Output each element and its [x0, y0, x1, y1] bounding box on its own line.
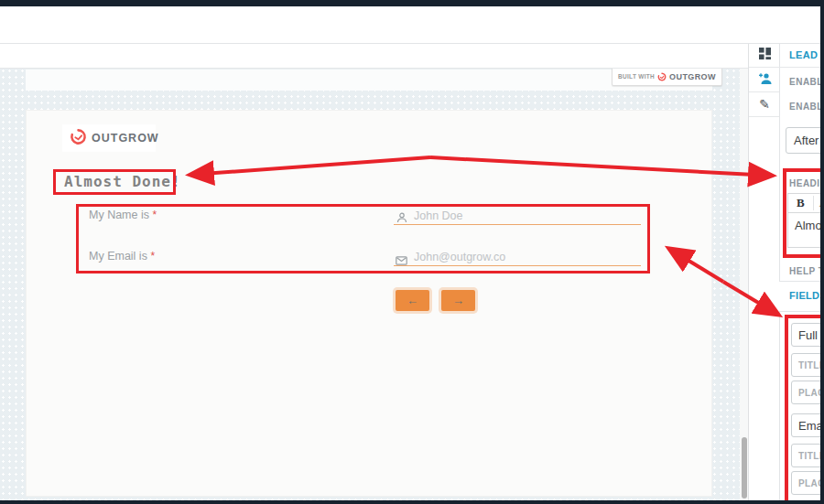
after-dropdown[interactable]: After	[786, 127, 824, 154]
lead-gen-person-plus-icon	[758, 71, 772, 88]
heading-section-label: HEADIN	[789, 178, 824, 188]
heading-text-input[interactable]: Almo	[787, 213, 824, 248]
window-right-edge	[820, 0, 824, 504]
email-input[interactable]: John@outgrow.co	[414, 251, 505, 263]
name-title-input[interactable]: TITLE	[791, 353, 824, 377]
full-name-field-input[interactable]: Full N	[791, 323, 824, 347]
window-bottom-edge	[0, 500, 824, 504]
lead-gen-tool[interactable]	[749, 68, 780, 92]
bold-button[interactable]: B	[788, 196, 813, 210]
panel-divider	[779, 67, 824, 68]
next-button[interactable]: →	[441, 290, 475, 311]
badge-prefix: BUILT WITH	[618, 73, 655, 80]
email-field-input[interactable]: Email	[791, 413, 824, 437]
built-with-outgrow-badge[interactable]: BUILT WITH OUTGROW	[612, 67, 722, 86]
edit-tool[interactable]: ✎	[749, 92, 780, 117]
layout-grid-tool[interactable]	[749, 43, 780, 68]
preview-scrollbar-thumb[interactable]	[742, 437, 747, 499]
name-placeholder-input[interactable]: PLAC	[791, 381, 824, 404]
fields-section-label: FIELDS	[789, 290, 824, 301]
required-marker: *	[150, 250, 155, 263]
outgrow-builder-window: uiz BUILD ⚙ CONFIGURE ANALYZE Saved	[0, 0, 824, 504]
outgrow-mark-icon	[657, 69, 667, 85]
email-placeholder-input[interactable]: PLAC	[791, 471, 824, 495]
settings-icon-rail: ✎	[748, 43, 780, 500]
lead-form-page	[26, 110, 712, 497]
enable-label-2: ENABLE	[789, 102, 824, 112]
window-top-edge	[0, 0, 824, 6]
panel-title: LEAD G	[789, 49, 824, 60]
heading-format-toolbar: B I	[787, 193, 824, 213]
outgrow-logo: OUTGROW	[62, 124, 156, 152]
email-field-label[interactable]: My Email is *	[89, 250, 155, 263]
required-marker: *	[152, 209, 157, 221]
name-label-text: My Name is	[89, 209, 149, 221]
help-text-label: HELP T	[789, 266, 824, 276]
name-field-label[interactable]: My Name is *	[89, 209, 157, 221]
outgrow-mark-icon	[70, 128, 87, 149]
layout-grid-icon	[759, 47, 771, 63]
back-button[interactable]: ←	[396, 290, 429, 311]
edit-pencil-icon: ✎	[759, 97, 770, 112]
app-header	[0, 6, 824, 44]
name-input[interactable]: John Doe	[414, 209, 463, 222]
enable-label-1: ENABLE	[789, 77, 824, 87]
form-heading[interactable]: Almost Done!	[64, 173, 181, 190]
email-title-input[interactable]: TITLE	[791, 444, 824, 467]
email-label-text: My Email is	[89, 250, 147, 263]
envelope-icon	[396, 252, 407, 269]
badge-brand: OUTGROW	[669, 72, 716, 81]
previous-page-strip	[26, 70, 712, 91]
outgrow-logo-text: OUTGROW	[92, 132, 159, 145]
canvas-toolbar	[0, 43, 748, 69]
name-input-underline	[394, 224, 641, 225]
email-input-underline	[394, 265, 641, 266]
